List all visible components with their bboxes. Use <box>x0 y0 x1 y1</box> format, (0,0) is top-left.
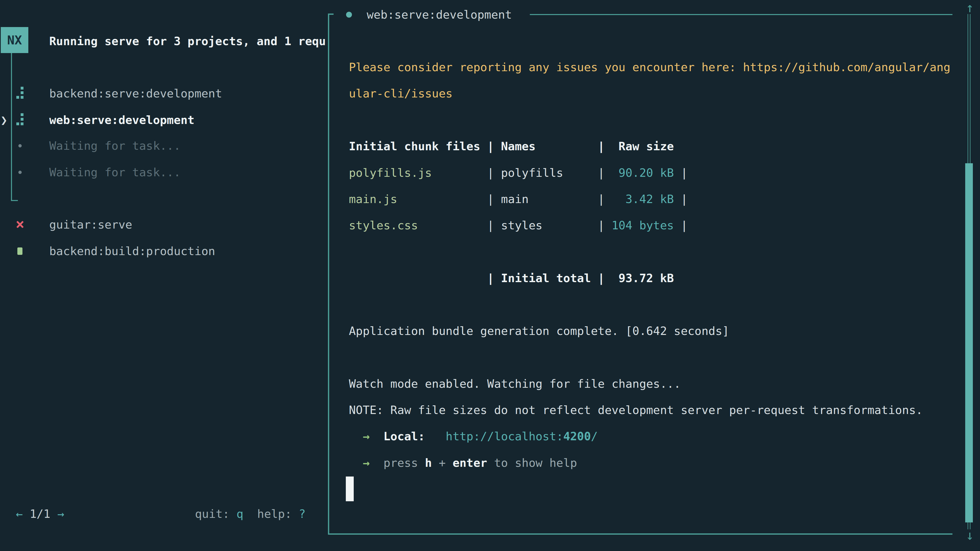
task-row-guitar-serve[interactable]: guitar:serve <box>0 211 327 238</box>
waiting-dot-icon <box>14 132 25 159</box>
terminal-line: ular-cli/issues <box>349 80 950 106</box>
text-segment: | styles | <box>418 219 612 232</box>
text-segment: Watch mode enabled. Watching for file ch… <box>349 377 681 391</box>
terminal-line <box>349 107 950 133</box>
task-label: guitar:serve <box>49 218 132 231</box>
terminal-line: main.js | main | 3.42 kB | <box>349 186 950 212</box>
help-key: ? <box>299 507 305 521</box>
panel-content: Please consider reporting any issues you… <box>349 54 950 476</box>
text-segment: | <box>681 166 687 179</box>
terminal-line: styles.css | styles | 104 bytes | <box>349 212 950 238</box>
text-segment: → <box>363 430 369 443</box>
text-segment: | main | <box>397 192 612 206</box>
panel-border-left <box>328 14 329 535</box>
terminal-line <box>349 344 950 370</box>
text-segment: main.js <box>349 192 397 206</box>
text-segment: styles.css <box>349 219 418 232</box>
spinner-icon <box>14 106 25 133</box>
text-segment: Local: <box>383 430 425 443</box>
terminal-line: Please consider reporting any issues you… <box>349 54 950 80</box>
task-label: backend:serve:development <box>49 87 222 100</box>
task-row-waiting-1[interactable]: Waiting for task... <box>0 132 327 159</box>
terminal-line <box>349 292 950 318</box>
page-indicator: 1/1 <box>23 507 57 521</box>
terminal-line: NOTE: Raw file sizes do not reflect deve… <box>349 397 950 423</box>
terminal-line: → Local: http://localhost:4200/ <box>349 423 950 449</box>
selected-chevron-icon: ❯ <box>0 113 7 127</box>
text-segment: Please consider reporting any issues you… <box>349 60 950 74</box>
scroll-down-arrow-icon[interactable]: ↓ <box>962 527 977 543</box>
text-segment: Initial chunk files | Names | Raw size <box>349 140 674 153</box>
text-segment: | <box>681 219 687 232</box>
sidebar-title: Running serve for 3 projects, and 1 requ <box>49 28 328 54</box>
waiting-dot-icon <box>14 159 25 186</box>
task-tree-corner <box>11 200 18 201</box>
terminal-line: Application bundle generation complete. … <box>349 318 950 344</box>
text-segment: | <box>681 192 687 206</box>
terminal-cursor <box>346 476 354 501</box>
text-segment: → <box>363 456 369 470</box>
local-url-link[interactable]: http://localhost: <box>445 430 563 443</box>
text-segment: to show help <box>487 456 577 470</box>
text-segment: press <box>383 456 425 470</box>
failed-x-icon <box>14 211 25 238</box>
task-label: Waiting for task... <box>49 165 181 179</box>
text-segment <box>369 430 383 443</box>
text-segment: | polyfills | <box>432 166 611 179</box>
task-row-backend-serve[interactable]: backend:serve:development <box>0 80 327 106</box>
shortcut-hints: quit: q help: ? <box>195 501 306 527</box>
nx-logo: NX <box>1 27 28 53</box>
text-segment: ular-cli/issues <box>349 87 452 100</box>
terminal-line: → press h + enter to show help <box>349 450 950 476</box>
terminal-line: Initial chunk files | Names | Raw size <box>349 133 950 159</box>
text-segment: 4200 <box>563 430 591 443</box>
panel-title: web:serve:development <box>367 2 512 27</box>
text-segment: Application bundle generation complete. … <box>349 324 729 338</box>
text-segment: enter <box>452 456 487 470</box>
task-label: Waiting for task... <box>49 139 181 152</box>
task-label: backend:build:production <box>49 245 215 258</box>
spinner-icon <box>14 80 25 106</box>
terminal-line: Watch mode enabled. Watching for file ch… <box>349 371 950 397</box>
text-segment <box>349 456 363 470</box>
text-segment: 3.42 kB <box>612 192 681 206</box>
task-label: web:serve:development <box>49 113 194 127</box>
prev-page-arrow-icon[interactable]: ← <box>16 507 23 521</box>
text-segment <box>349 430 363 443</box>
status-bar: ← 1/1 → quit: q help: ? <box>0 501 328 527</box>
panel-border-top <box>530 14 953 15</box>
task-row-web-serve-selected[interactable]: ❯ web:serve:development <box>0 106 327 133</box>
scrollbar-thumb[interactable] <box>965 163 973 522</box>
text-segment: / <box>591 430 598 443</box>
text-segment: 104 bytes <box>612 219 681 232</box>
text-segment: h <box>425 456 432 470</box>
nx-terminal: NX Running serve for 3 projects, and 1 r… <box>0 0 980 551</box>
help-label: help: <box>243 507 299 521</box>
text-segment: | Initial total | 93.72 kB <box>349 272 674 285</box>
scroll-up-arrow-icon[interactable]: ↑ <box>962 0 977 15</box>
text-segment: NOTE: Raw file sizes do not reflect deve… <box>349 403 923 417</box>
quit-key: q <box>237 507 243 521</box>
terminal-line: polyfills.js | polyfills | 90.20 kB | <box>349 160 950 186</box>
text-segment: + <box>432 456 452 470</box>
text-segment: polyfills.js <box>349 166 432 179</box>
text-segment <box>369 456 383 470</box>
text-segment <box>425 430 445 443</box>
pagination: ← 1/1 → <box>16 501 64 527</box>
task-row-backend-build[interactable]: backend:build:production <box>0 238 327 264</box>
quit-label: quit: <box>195 507 237 521</box>
task-row-waiting-2[interactable]: Waiting for task... <box>0 159 327 186</box>
terminal-line: | Initial total | 93.72 kB <box>349 265 950 291</box>
text-segment: 90.20 kB <box>612 166 681 179</box>
terminal-line <box>349 239 950 265</box>
panel-border-bottom <box>328 534 953 535</box>
running-status-dot-icon <box>346 12 352 17</box>
next-page-arrow-icon[interactable]: → <box>57 507 64 521</box>
success-square-icon <box>14 238 25 264</box>
